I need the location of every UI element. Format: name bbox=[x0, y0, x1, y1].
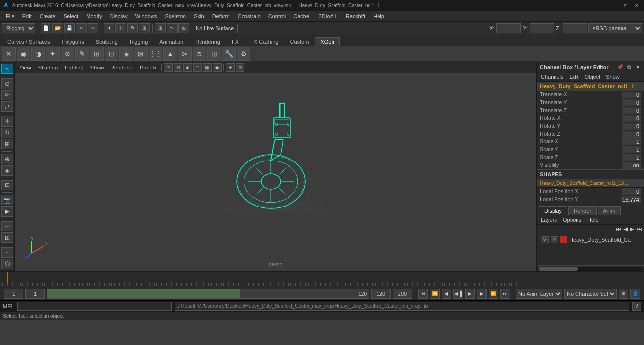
shelf-icon-17[interactable]: ⚙ bbox=[237, 47, 250, 61]
show-menu[interactable]: Show bbox=[604, 73, 622, 80]
help-button[interactable]: ? bbox=[632, 302, 641, 311]
maximize-button[interactable]: □ bbox=[622, 2, 629, 9]
camera-button[interactable]: 📷 bbox=[1, 195, 13, 205]
panels-menu[interactable]: Panels bbox=[137, 64, 159, 71]
attr-row-rotate-z[interactable]: Rotate Z 0 bbox=[537, 130, 644, 138]
local-pos-y-row[interactable]: Local Position Y 15.774 bbox=[537, 196, 644, 204]
prev-frame-button[interactable]: ⏪ bbox=[430, 289, 440, 299]
lattice-button[interactable]: ⊞ bbox=[1, 232, 13, 243]
menu-select[interactable]: Select bbox=[60, 12, 83, 20]
ik-button[interactable]: ⋯ bbox=[1, 221, 13, 231]
layer-visibility-toggle[interactable]: V bbox=[541, 236, 549, 243]
prev-key-button[interactable]: ◀ bbox=[442, 289, 451, 299]
shelf-icon-1[interactable]: ✕ bbox=[2, 47, 16, 61]
current-frame-input[interactable] bbox=[25, 289, 45, 299]
show-manip-button[interactable]: ◈ bbox=[1, 165, 13, 176]
shelf-icon-10[interactable]: ⊠ bbox=[134, 47, 148, 61]
x-input[interactable] bbox=[496, 23, 521, 33]
close-button[interactable]: ✕ bbox=[633, 2, 640, 9]
shelf-tab-rendering[interactable]: Rendering bbox=[190, 37, 225, 46]
channels-menu[interactable]: Channels bbox=[539, 73, 565, 80]
attr-row-visibility[interactable]: Visibility on bbox=[537, 161, 644, 169]
menu-cache[interactable]: Cache bbox=[289, 12, 313, 20]
menu-help[interactable]: Help bbox=[369, 12, 388, 20]
shelf-tab-custom[interactable]: Custom bbox=[285, 37, 314, 46]
shelf-icon-13[interactable]: ⊳ bbox=[178, 47, 192, 61]
shelf-icon-15[interactable]: ⊞ bbox=[207, 47, 221, 61]
shelf-tab-sculpting[interactable]: Sculpting bbox=[90, 37, 123, 46]
char-set-selector[interactable]: No Character Set bbox=[564, 289, 617, 299]
redo-button[interactable]: ↪ bbox=[88, 23, 98, 33]
shelf-icon-4[interactable]: ✦ bbox=[46, 47, 60, 61]
show-menu[interactable]: Show bbox=[88, 64, 107, 71]
layer-nav-last[interactable]: ⏭ bbox=[636, 226, 642, 232]
mode-selector[interactable]: Rigging bbox=[2, 23, 35, 33]
vp-icon-3[interactable]: ◈ bbox=[183, 63, 192, 72]
layer-nav-prev[interactable]: ◀ bbox=[623, 226, 628, 232]
view-menu[interactable]: View bbox=[17, 64, 34, 71]
frame-start-input[interactable] bbox=[4, 289, 23, 299]
new-file-button[interactable]: 📄 bbox=[41, 23, 51, 33]
shelf-icon-6[interactable]: ✎ bbox=[75, 47, 89, 61]
attr-row-rotate-y[interactable]: Rotate Y 0 bbox=[537, 122, 644, 130]
shelf-icon-5[interactable]: ⊕ bbox=[61, 47, 74, 61]
goto-end-button[interactable]: ⏭ bbox=[500, 289, 510, 299]
timeline[interactable] bbox=[0, 271, 644, 286]
z-input[interactable] bbox=[563, 23, 587, 33]
select-tool-button[interactable]: ↖ bbox=[1, 64, 13, 74]
shelf-icon-9[interactable]: ◈ bbox=[119, 47, 133, 61]
horizontal-scrollbar[interactable] bbox=[537, 265, 644, 271]
attr-row-translate-y[interactable]: Translate Y 0 bbox=[537, 99, 644, 107]
attr-row-translate-z[interactable]: Translate Z 0 bbox=[537, 107, 644, 115]
menu-windows[interactable]: Windows bbox=[132, 12, 161, 20]
shelf-tab-rigging[interactable]: Rigging bbox=[124, 37, 153, 46]
menu-edit[interactable]: Edit bbox=[19, 12, 36, 20]
cb-close-button[interactable]: ✕ bbox=[634, 64, 641, 70]
timeline-ruler[interactable] bbox=[0, 272, 644, 286]
vp-icon-7[interactable]: ✦ bbox=[226, 63, 235, 72]
move-button[interactable]: ✛ bbox=[115, 23, 126, 33]
shelf-tab-fx[interactable]: FX bbox=[226, 37, 244, 46]
menu-file[interactable]: File bbox=[2, 12, 19, 20]
attr-row-scale-x[interactable]: Scale X 1 bbox=[537, 138, 644, 146]
y-input[interactable] bbox=[530, 23, 554, 33]
next-frame-button[interactable]: ⏩ bbox=[489, 289, 498, 299]
menu-skin[interactable]: Skin bbox=[190, 12, 208, 20]
shelf-icon-7[interactable]: ⊞ bbox=[90, 47, 104, 61]
shelf-tab-fx-caching[interactable]: FX Caching bbox=[245, 37, 284, 46]
menu--3dtoall-[interactable]: -3DtoAll- bbox=[313, 12, 342, 20]
shelf-tab-xgen[interactable]: XGen bbox=[315, 37, 339, 46]
local-pos-y-value[interactable]: 15.774 bbox=[621, 196, 641, 203]
layer-color-swatch[interactable] bbox=[560, 236, 567, 243]
menu-modify[interactable]: Modify bbox=[82, 12, 106, 20]
viewport[interactable]: View Shading Lighting Show Renderer Pane… bbox=[15, 62, 536, 271]
attr-row-translate-x[interactable]: Translate X 0 bbox=[537, 91, 644, 99]
anim-layer-selector[interactable]: No Anim Layer bbox=[516, 289, 562, 299]
renderer-menu[interactable]: Renderer bbox=[108, 64, 136, 71]
save-file-button[interactable]: 💾 bbox=[64, 23, 75, 33]
object-menu[interactable]: Object bbox=[582, 73, 602, 80]
vp-icon-4[interactable]: □ bbox=[193, 63, 202, 72]
shelf-tab-curves---surfaces[interactable]: Curves / Surfaces bbox=[2, 37, 55, 46]
anim-end2-input[interactable] bbox=[393, 289, 412, 299]
transform-tool-button[interactable]: ⇄ bbox=[1, 101, 13, 112]
open-file-button[interactable]: 📂 bbox=[52, 23, 63, 33]
render-button[interactable]: ▶ bbox=[1, 206, 13, 216]
shelf-icon-2[interactable]: ◉ bbox=[17, 47, 30, 61]
help-menu[interactable]: Help bbox=[585, 216, 600, 223]
shelf-icon-3[interactable]: ◑ bbox=[31, 47, 45, 61]
anim-end-input[interactable] bbox=[371, 289, 391, 299]
snap-curve-button[interactable]: 〜 bbox=[167, 23, 178, 33]
snap-point-button[interactable]: ⊕ bbox=[178, 23, 189, 33]
menu-redshift[interactable]: Redshift bbox=[342, 12, 369, 20]
lighting-menu[interactable]: Lighting bbox=[62, 64, 87, 71]
select-button[interactable]: ✦ bbox=[104, 23, 114, 33]
cb-float-button[interactable]: ⧉ bbox=[625, 64, 632, 70]
char-prefs-button[interactable]: 👤 bbox=[630, 289, 640, 299]
local-pos-x-value[interactable]: 0 bbox=[622, 188, 641, 195]
anim-prefs-button[interactable]: ⚙ bbox=[619, 289, 628, 299]
attr-row-rotate-x[interactable]: Rotate X 0 bbox=[537, 115, 644, 122]
menu-skeleton[interactable]: Skeleton bbox=[161, 12, 190, 20]
lasso-tool-button[interactable]: ⊙ bbox=[1, 78, 13, 89]
shelf-icon-16[interactable]: 🔧 bbox=[222, 47, 236, 61]
